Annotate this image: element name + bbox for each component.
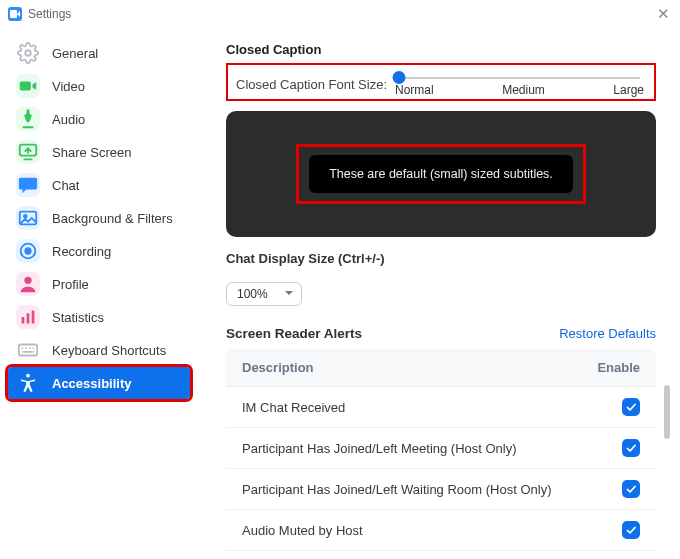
sidebar-item-label: Accessibility	[52, 376, 132, 391]
chevron-down-icon	[285, 291, 293, 295]
svg-rect-12	[19, 345, 37, 356]
col-description: Description	[242, 360, 580, 375]
recording-icon	[16, 239, 40, 263]
svg-rect-1	[20, 81, 31, 90]
restore-defaults-link[interactable]: Restore Defaults	[559, 326, 656, 341]
sidebar-item-label: Profile	[52, 277, 89, 292]
table-row: Audio Muted by Host	[226, 510, 656, 551]
sidebar-item-accessibility[interactable]: Accessibility	[8, 367, 190, 399]
svg-point-2	[25, 113, 31, 122]
caption-preview-text: These are default (small) sized subtitle…	[309, 155, 573, 193]
col-enable: Enable	[580, 360, 640, 375]
sidebar-item-statistics[interactable]: Statistics	[8, 301, 190, 333]
sidebar-item-recording[interactable]: Recording	[8, 235, 190, 267]
table-row: Participant Has Joined/Left Waiting Room…	[226, 469, 656, 510]
sidebar-item-keyboard-shortcuts[interactable]: Keyboard Shortcuts	[8, 334, 190, 366]
close-icon[interactable]: ✕	[657, 5, 670, 23]
share-screen-icon	[16, 140, 40, 164]
main-panel: Closed Caption Closed Caption Font Size:…	[198, 28, 680, 559]
gear-icon	[16, 41, 40, 65]
svg-point-8	[24, 277, 31, 284]
sidebar-item-chat[interactable]: Chat	[8, 169, 190, 201]
alert-description: IM Chat Received	[242, 400, 580, 415]
sidebar-item-label: Video	[52, 79, 85, 94]
svg-point-7	[25, 248, 31, 254]
sidebar-item-audio[interactable]: Audio	[8, 103, 190, 135]
alert-description: Participant Has Joined/Left Waiting Room…	[242, 482, 580, 497]
slider-tick-normal: Normal	[395, 83, 434, 97]
table-header-row: Description Enable	[226, 349, 656, 387]
closed-caption-size-slider[interactable]: Normal Medium Large	[395, 71, 644, 97]
accessibility-icon	[16, 371, 40, 395]
zoom-logo-icon	[8, 7, 22, 21]
caption-preview-highlight: These are default (small) sized subtitle…	[296, 144, 586, 204]
table-row: IM Chat Received	[226, 387, 656, 428]
scrollbar-thumb[interactable]	[664, 385, 670, 439]
enable-checkbox[interactable]	[622, 521, 640, 539]
sidebar-item-share-screen[interactable]: Share Screen	[8, 136, 190, 168]
screen-reader-alerts-title: Screen Reader Alerts	[226, 326, 362, 341]
titlebar: Settings ✕	[0, 0, 680, 28]
closed-caption-size-box: Closed Caption Font Size: Normal Medium …	[226, 63, 656, 101]
sidebar-item-label: Recording	[52, 244, 111, 259]
sidebar-item-background-filters[interactable]: Background & Filters	[8, 202, 190, 234]
closed-caption-title: Closed Caption	[226, 42, 656, 57]
window-title: Settings	[28, 7, 71, 21]
audio-icon	[16, 107, 40, 131]
sidebar-item-label: General	[52, 46, 98, 61]
enable-checkbox[interactable]	[622, 398, 640, 416]
table-row: Participant Has Joined/Left Meeting (Hos…	[226, 428, 656, 469]
alert-description: Audio Muted by Host	[242, 523, 580, 538]
slider-thumb[interactable]	[393, 71, 406, 84]
screen-reader-alerts-table: Description Enable IM Chat Received Part…	[226, 349, 656, 551]
svg-point-0	[25, 50, 31, 56]
sidebar-item-label: Audio	[52, 112, 85, 127]
statistics-icon	[16, 305, 40, 329]
slider-tick-medium: Medium	[502, 83, 545, 97]
video-icon	[16, 74, 40, 98]
sidebar-item-label: Share Screen	[52, 145, 132, 160]
enable-checkbox[interactable]	[622, 439, 640, 457]
profile-icon	[16, 272, 40, 296]
sidebar: General Video Audio Share Screen Chat	[0, 28, 198, 559]
sidebar-item-profile[interactable]: Profile	[8, 268, 190, 300]
svg-rect-10	[27, 313, 30, 323]
chat-display-size-select[interactable]: 100%	[226, 282, 302, 306]
sidebar-item-video[interactable]: Video	[8, 70, 190, 102]
svg-point-5	[24, 215, 27, 218]
svg-rect-11	[32, 311, 35, 324]
sidebar-item-general[interactable]: General	[8, 37, 190, 69]
keyboard-icon	[16, 338, 40, 362]
sidebar-item-label: Statistics	[52, 310, 104, 325]
enable-checkbox[interactable]	[622, 480, 640, 498]
svg-rect-9	[22, 317, 25, 323]
alert-description: Participant Has Joined/Left Meeting (Hos…	[242, 441, 580, 456]
sidebar-item-label: Keyboard Shortcuts	[52, 343, 166, 358]
chat-display-size-label: Chat Display Size (Ctrl+/-)	[226, 251, 656, 266]
closed-caption-size-label: Closed Caption Font Size:	[236, 77, 387, 92]
background-icon	[16, 206, 40, 230]
caption-preview: These are default (small) sized subtitle…	[226, 111, 656, 237]
chat-display-size-value: 100%	[237, 287, 268, 301]
svg-point-13	[26, 374, 30, 378]
slider-tick-large: Large	[613, 83, 644, 97]
sidebar-item-label: Chat	[52, 178, 79, 193]
chat-icon	[16, 173, 40, 197]
sidebar-item-label: Background & Filters	[52, 211, 173, 226]
